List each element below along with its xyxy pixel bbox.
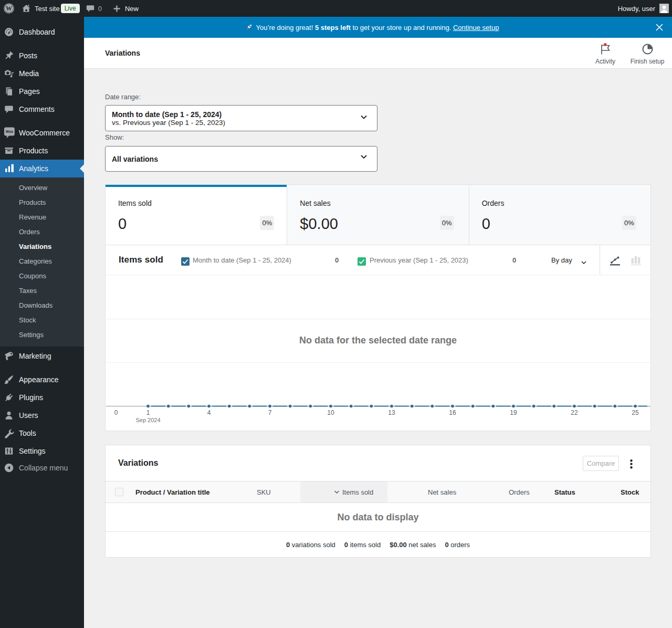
svg-text:W: W <box>6 5 12 12</box>
svg-text:Woo: Woo <box>6 129 13 133</box>
